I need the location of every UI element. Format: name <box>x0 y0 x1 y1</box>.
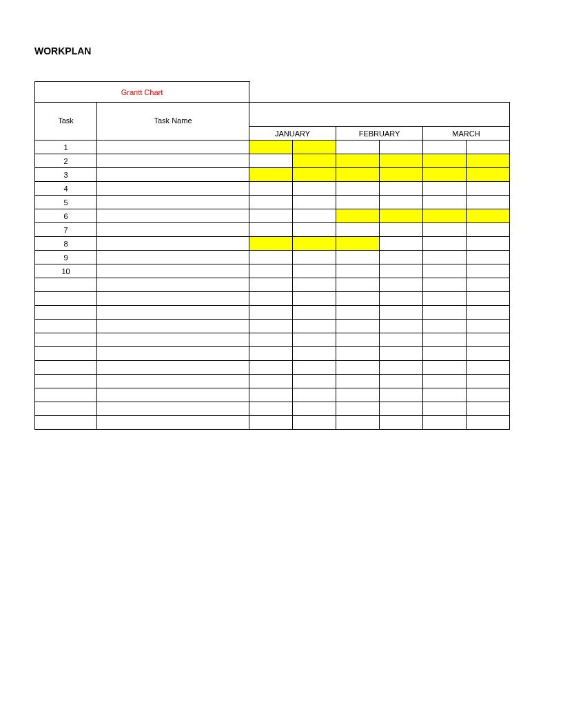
task-number-cell: 8 <box>35 237 97 251</box>
gantt-cell <box>423 141 467 154</box>
gantt-cell <box>249 237 293 251</box>
gantt-cell <box>380 402 423 416</box>
table-row <box>35 388 510 402</box>
gantt-cell <box>380 306 423 320</box>
table-row <box>35 375 510 388</box>
task-number-cell <box>35 278 97 292</box>
gantt-cell <box>293 402 336 416</box>
gantt-cell <box>380 320 423 333</box>
gantt-cell <box>423 196 467 209</box>
table-row: 1 <box>35 141 510 154</box>
gantt-cell <box>423 223 467 237</box>
gantt-cell <box>293 347 336 361</box>
gantt-cell <box>336 223 380 237</box>
table-row: 4 <box>35 182 510 196</box>
gantt-cell <box>467 182 510 196</box>
gantt-cell <box>423 154 467 168</box>
gantt-cell <box>293 264 336 278</box>
gantt-cell <box>249 278 293 292</box>
gantt-cell <box>336 154 380 168</box>
header-month-jan: JANUARY <box>249 127 336 141</box>
task-name-cell <box>97 347 249 361</box>
gantt-cell <box>380 278 423 292</box>
table-row: 7 <box>35 223 510 237</box>
gantt-cell <box>293 196 336 209</box>
gantt-cell <box>336 141 380 154</box>
gantt-cell <box>467 375 510 388</box>
task-number-cell <box>35 320 97 333</box>
gantt-cell <box>380 416 423 430</box>
task-name-cell <box>97 251 249 264</box>
task-name-cell <box>97 361 249 375</box>
header-timeline-blank <box>249 103 510 127</box>
table-row <box>35 361 510 375</box>
table-row <box>35 402 510 416</box>
gantt-cell <box>293 209 336 223</box>
gantt-cell <box>467 347 510 361</box>
task-number-cell <box>35 292 97 306</box>
gantt-cell <box>293 278 336 292</box>
gantt-cell <box>467 306 510 320</box>
gantt-cell <box>380 223 423 237</box>
gantt-cell <box>467 237 510 251</box>
gantt-cell <box>467 251 510 264</box>
gantt-cell <box>423 209 467 223</box>
gantt-cell <box>423 278 467 292</box>
task-name-cell <box>97 292 249 306</box>
gantt-cell <box>380 209 423 223</box>
gantt-cell <box>423 251 467 264</box>
gantt-cell <box>423 306 467 320</box>
task-number-cell: 2 <box>35 154 97 168</box>
task-name-cell <box>97 278 249 292</box>
gantt-cell <box>336 278 380 292</box>
gantt-cell <box>423 388 467 402</box>
gantt-cell <box>249 196 293 209</box>
gantt-cell <box>380 154 423 168</box>
gantt-cell <box>380 237 423 251</box>
gantt-cell <box>336 388 380 402</box>
gantt-cell <box>423 347 467 361</box>
gantt-cell <box>380 251 423 264</box>
task-number-cell <box>35 333 97 347</box>
task-number-cell <box>35 375 97 388</box>
gantt-cell <box>336 361 380 375</box>
gantt-cell <box>336 251 380 264</box>
task-name-cell <box>97 223 249 237</box>
task-number-cell: 7 <box>35 223 97 237</box>
table-row <box>35 306 510 320</box>
gantt-cell <box>467 388 510 402</box>
gantt-cell <box>467 264 510 278</box>
gantt-cell <box>380 361 423 375</box>
gantt-cell <box>293 154 336 168</box>
gantt-cell <box>467 141 510 154</box>
task-name-cell <box>97 141 249 154</box>
task-name-cell <box>97 182 249 196</box>
header-task: Task <box>35 103 97 141</box>
task-name-cell <box>97 237 249 251</box>
gantt-cell <box>467 292 510 306</box>
gantt-cell <box>423 361 467 375</box>
gantt-cell <box>336 264 380 278</box>
gantt-cell <box>380 388 423 402</box>
table-row: 6 <box>35 209 510 223</box>
page-title: WORKPLAN <box>34 45 563 56</box>
gantt-cell <box>336 333 380 347</box>
gantt-cell <box>336 375 380 388</box>
gantt-cell <box>380 347 423 361</box>
gantt-cell <box>249 182 293 196</box>
gantt-cell <box>467 168 510 182</box>
gantt-cell <box>336 168 380 182</box>
gantt-cell <box>249 292 293 306</box>
task-number-cell: 10 <box>35 264 97 278</box>
task-name-cell <box>97 333 249 347</box>
task-number-cell: 9 <box>35 251 97 264</box>
gantt-cell <box>293 416 336 430</box>
gantt-cell <box>249 251 293 264</box>
gantt-cell <box>467 154 510 168</box>
gantt-cell <box>423 320 467 333</box>
task-name-cell <box>97 209 249 223</box>
gantt-cell <box>380 333 423 347</box>
gantt-cell <box>249 141 293 154</box>
gantt-cell <box>293 223 336 237</box>
gantt-cell <box>380 292 423 306</box>
